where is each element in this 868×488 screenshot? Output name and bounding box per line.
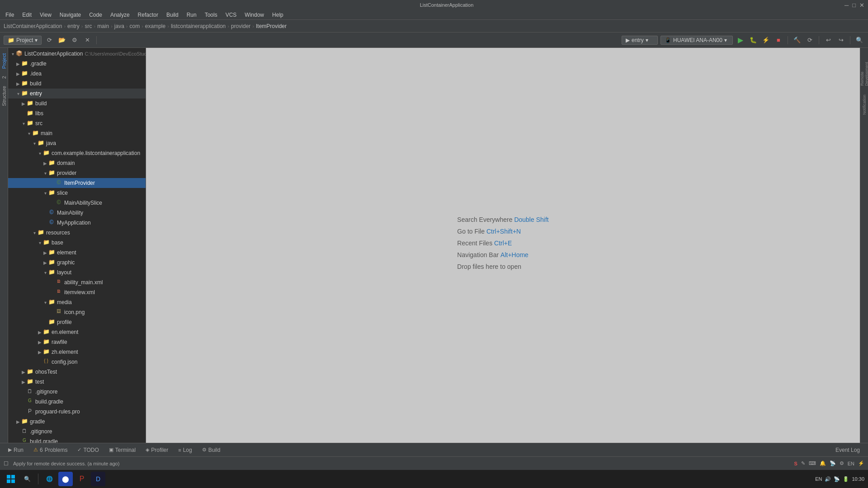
build-project-button[interactable]: 🔨 [792,35,802,45]
list-item[interactable]: ▶ 📁 .gradle [8,59,146,69]
list-item[interactable]: ▶ 📁 en.element [8,327,146,337]
list-item[interactable]: ▶ 📁 test [8,377,146,387]
tab-event-log[interactable]: Event Log [831,444,864,456]
sidebar-tab-project[interactable]: Project [0,50,8,72]
search-everywhere-button[interactable]: 🔍 [854,35,864,45]
device-dropdown[interactable]: 📱 HUAWEI ANA-AN00 ▾ [660,36,733,45]
breadcrumb-listcontainer[interactable]: listcontainerapplication [171,23,226,29]
taskbar-browser-icon[interactable]: 🌐 [42,472,57,486]
undo-button[interactable]: ↩ [823,35,833,45]
list-item[interactable]: ▾ 📁 com.example.listcontainerapplication [8,148,146,158]
list-item[interactable]: ▶ © ItemProvider [8,178,146,188]
menu-navigate[interactable]: Navigate [56,11,85,19]
menu-vcs[interactable]: VCS [222,11,241,19]
folder-button[interactable]: 📂 [57,35,67,45]
list-item[interactable]: ▶ 📁 graphic [8,258,146,267]
sync-button[interactable]: ⟳ [44,35,54,45]
menu-edit[interactable]: Edit [19,11,35,19]
redo-button[interactable]: ↪ [836,35,846,45]
run-button[interactable]: ▶ [736,35,745,45]
windows-start-button[interactable] [4,472,18,486]
list-item[interactable]: ▶ 🖼 icon.png [8,307,146,317]
list-item[interactable]: ▶ { } config.json [8,357,146,367]
breadcrumb-provider[interactable]: provider [231,23,250,29]
menu-tools[interactable]: Tools [201,11,221,19]
list-item[interactable]: ▶ 📁 .idea [8,69,146,79]
minimize-button[interactable]: ─ [844,2,849,9]
menu-help[interactable]: Help [269,11,287,19]
list-item[interactable]: ▶ 📁 ohosTest [8,367,146,377]
tab-run[interactable]: ▶ Run [4,444,28,456]
close-panel-button[interactable]: ✕ [82,35,92,45]
menu-code[interactable]: Code [85,11,106,19]
window-controls[interactable]: ─ □ ✕ [844,2,864,9]
list-item[interactable]: ▶ G build.gradle [8,397,146,407]
tray-network[interactable]: 📡 [834,476,840,482]
tree-root[interactable]: ▾ 📦 ListContainerApplication C:\Users\mo… [8,49,146,59]
list-item[interactable]: ▶ 📁 build [8,79,146,89]
list-item[interactable]: ▶ 📁 element [8,248,146,258]
sidebar-tab-structure[interactable]: Structure [0,82,8,110]
list-item[interactable]: ▶ 📁 build [8,99,146,108]
list-item[interactable]: ▾ 📁 main [8,128,146,138]
maximize-button[interactable]: □ [852,2,856,9]
run-config-dropdown[interactable]: ▶ entry ▾ [622,36,658,45]
tray-volume[interactable]: 🔊 [825,476,831,482]
list-item[interactable]: ▶ 📁 domain [8,158,146,168]
list-item[interactable]: ▾ 📁 media [8,297,146,307]
taskbar-deveco-icon[interactable]: D [91,472,105,486]
debug-button[interactable]: 🐛 [748,35,758,45]
settings-button[interactable]: ⚙ [70,35,80,45]
breadcrumb-src[interactable]: src [85,23,92,29]
breadcrumb-entry[interactable]: entry [67,23,80,29]
status-bell-icon[interactable]: 🔔 [820,460,826,466]
tab-profiler[interactable]: ◈ Profiler [141,444,173,456]
list-item[interactable]: ▶ G build.gradle [8,436,146,443]
list-item[interactable]: ▾ 📁 provider [8,168,146,178]
breadcrumb-java[interactable]: java [114,23,124,29]
list-item[interactable]: ▶ 📁 gradle [8,417,146,427]
status-checkbox[interactable]: ☐ [4,460,9,467]
taskbar-app2-icon[interactable]: P [75,472,89,486]
menu-refactor[interactable]: Refactor [134,11,162,19]
list-item[interactable]: ▶ © MainAbility [8,208,146,218]
list-item[interactable]: ▾ 📁 resources [8,228,146,238]
menu-view[interactable]: View [36,11,55,19]
list-item[interactable]: ▾ 📁 base [8,238,146,248]
list-item[interactable]: ▾ 📁 java [8,138,146,148]
sidebar-tab-2[interactable]: 2 [0,72,8,82]
tab-todo[interactable]: ✓ TODO [73,444,103,456]
list-item[interactable]: ▾ 📁 entry [8,89,146,99]
menu-run[interactable]: Run [183,11,200,19]
list-item[interactable]: ▶ 📁 profile [8,317,146,327]
status-gear-icon[interactable]: ⚙ [840,460,844,466]
breadcrumb-app[interactable]: ListContainerApplication [4,23,62,29]
search-taskbar-icon[interactable]: 🔍 [20,472,34,486]
menu-file[interactable]: File [2,11,18,19]
list-item[interactable]: ▶ © MainAbilitySlice [8,198,146,208]
tab-build[interactable]: ⚙ Build [198,444,225,456]
right-tab-notif[interactable]: Notification [861,87,868,123]
taskbar-app1-icon[interactable]: ⬤ [58,472,73,486]
list-item[interactable]: ▶ 🗒 .gitignore [8,387,146,397]
list-item[interactable]: ▶ 📁 rawfile [8,337,146,347]
list-item[interactable]: ▾ 📁 src [8,118,146,128]
profile-button[interactable]: ⚡ [761,35,771,45]
close-button[interactable]: ✕ [859,2,864,9]
list-item[interactable]: ▶ 🗎 itemview.xml [8,287,146,297]
tab-problems[interactable]: ⚠ 6 Problems [29,444,72,456]
sync-project-button[interactable]: ⟳ [805,35,815,45]
right-tab-remote[interactable]: Remote Development [861,50,868,86]
breadcrumb-main[interactable]: main [97,23,109,29]
breadcrumb-itemprovider[interactable]: ItemProvider [256,23,287,29]
menu-analyze[interactable]: Analyze [107,11,133,19]
list-item[interactable]: ▶ © MyApplication [8,218,146,228]
list-item[interactable]: ▶ 🗎 ability_main.xml [8,277,146,287]
list-item[interactable]: ▾ 📁 slice [8,188,146,198]
list-item[interactable]: ▶ 🗒 .gitignore [8,427,146,436]
breadcrumb-example[interactable]: example [145,23,165,29]
tab-terminal[interactable]: ▣ Terminal [104,444,140,456]
list-item[interactable]: ▶ 📁 libs [8,108,146,118]
list-item[interactable]: ▾ 📁 layout [8,267,146,277]
list-item[interactable]: ▶ P proguard-rules.pro [8,407,146,417]
